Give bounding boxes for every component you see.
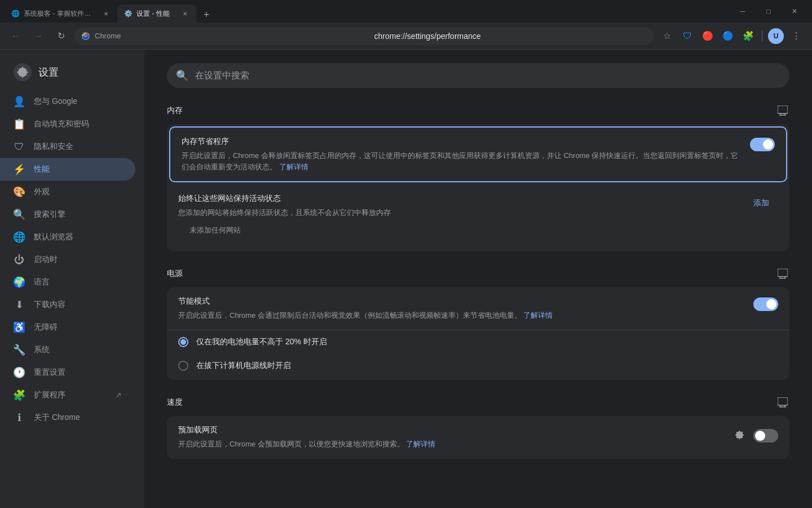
memory-saver-desc-text: 开启此设置后，Chrome 会释放闲置标签页占用的内存，这可让使用中的标签页和其… bbox=[182, 151, 738, 171]
memory-saver-title: 内存节省程序 bbox=[182, 137, 741, 147]
tab-1-title: 系统极客 - 掌握软件技能 bbox=[24, 9, 97, 19]
bookmark-icon[interactable]: ☆ bbox=[658, 27, 676, 45]
tab-2-close[interactable]: ✕ bbox=[180, 9, 189, 18]
settings-title: 设置 bbox=[38, 65, 59, 79]
sidebar-label-extensions: 扩展程序 bbox=[34, 390, 106, 400]
sidebar-item-about[interactable]: ℹ 关于 Chrome bbox=[0, 406, 135, 429]
memory-saver-toggle[interactable] bbox=[750, 138, 775, 151]
sidebar-label-appearance: 外观 bbox=[34, 187, 122, 197]
ublock-icon[interactable]: 🔴 bbox=[699, 27, 717, 45]
svg-rect-3 bbox=[778, 269, 788, 277]
sidebar-label-google: 您与 Google bbox=[34, 97, 122, 107]
appearance-icon: 🎨 bbox=[14, 186, 25, 198]
radio-battery20-label: 仅在我的电池电量不高于 20% 时开启 bbox=[196, 337, 327, 347]
sidebar-label-reset: 重置设置 bbox=[34, 367, 122, 378]
keep-active-title: 始终让这些网站保持活动状态 bbox=[178, 194, 735, 204]
power-saver-desc-text: 开启此设置后，Chrome 会通过限制后台活动和视觉效果（例如流畅滚动和视频帧速… bbox=[178, 311, 522, 319]
power-saver-desc: 开启此设置后，Chrome 会通过限制后台活动和视觉效果（例如流畅滚动和视频帧速… bbox=[178, 310, 744, 321]
memory-section-title: 内存 bbox=[167, 106, 183, 116]
maximize-button[interactable]: □ bbox=[756, 0, 782, 23]
search-engine-icon: 🔍 bbox=[14, 209, 25, 220]
memory-info-icon[interactable] bbox=[776, 104, 789, 117]
sidebar-item-extensions[interactable]: 🧩 扩展程序 ↗ bbox=[0, 384, 135, 406]
sidebar-label-system: 系统 bbox=[34, 345, 122, 355]
sidebar-item-system[interactable]: 🔧 系统 bbox=[0, 339, 135, 361]
power-saver-toggle[interactable] bbox=[753, 297, 778, 311]
sidebar-item-search[interactable]: 🔍 搜索引擎 bbox=[0, 203, 135, 226]
settings-logo-icon bbox=[14, 63, 32, 81]
power-info-icon[interactable] bbox=[776, 267, 789, 281]
sidebar-item-default-browser[interactable]: 🌐 默认浏览器 bbox=[0, 226, 135, 248]
sidebar-item-autofill[interactable]: 📋 自动填充和密码 bbox=[0, 113, 135, 135]
sidebar-item-privacy[interactable]: 🛡 隐私和安全 bbox=[0, 135, 135, 158]
sidebar-item-downloads[interactable]: ⬇ 下载内容 bbox=[0, 294, 135, 316]
memory-section-header: 内存 bbox=[167, 104, 789, 117]
memory-saver-row: 内存节省程序 开启此设置后，Chrome 会释放闲置标签页占用的内存，这可让使用… bbox=[182, 137, 775, 172]
memory-saver-link[interactable]: 了解详情 bbox=[279, 163, 308, 171]
sidebar-item-appearance[interactable]: 🎨 外观 bbox=[0, 181, 135, 203]
preload-toggle[interactable] bbox=[753, 429, 778, 443]
extension-shield-icon[interactable]: 🛡 bbox=[678, 27, 696, 45]
sidebar: 设置 👤 您与 Google 📋 自动填充和密码 🛡 隐私和安全 ⚡ 性能 🎨 … bbox=[0, 50, 144, 508]
tab-2-favicon: ⚙️ bbox=[124, 10, 132, 17]
radio-battery20-item[interactable]: 仅在我的电池电量不高于 20% 时开启 bbox=[167, 330, 789, 354]
tab-2[interactable]: ⚙️ 设置 - 性能 ✕ bbox=[117, 5, 196, 23]
tab-2-title: 设置 - 性能 bbox=[136, 9, 176, 19]
back-button[interactable]: ← bbox=[7, 27, 25, 45]
reload-button[interactable]: ↻ bbox=[52, 27, 70, 45]
extra-extension-icon[interactable]: 🔵 bbox=[719, 27, 737, 45]
close-button[interactable]: ✕ bbox=[782, 0, 807, 23]
address-input-wrap[interactable]: Chrome chrome://settings/performance bbox=[74, 27, 654, 45]
svg-rect-2 bbox=[778, 106, 788, 113]
speed-info-icon[interactable] bbox=[776, 396, 789, 409]
power-section: 电源 节能模式 开启此设置后，Chrome 会通过限制后台活动和 bbox=[167, 267, 789, 380]
sidebar-item-performance[interactable]: ⚡ 性能 bbox=[0, 158, 135, 181]
profile-avatar[interactable]: U bbox=[768, 28, 784, 44]
address-bar: ← → ↻ Chrome chrome://settings/performan… bbox=[0, 23, 812, 50]
sidebar-label-language: 语言 bbox=[34, 277, 122, 287]
forward-button[interactable]: → bbox=[29, 27, 47, 45]
extensions-icon[interactable]: 🧩 bbox=[739, 27, 757, 45]
speed-section: 速度 预加载网页 开启此设置后，Chrome 会预加载网页，以便您更快速地浏览和… bbox=[167, 396, 789, 459]
radio-unplug-item[interactable]: 在拔下计算机电源线时开启 bbox=[167, 354, 789, 380]
preload-link[interactable]: 了解详情 bbox=[406, 440, 435, 448]
tab-1-close[interactable]: ✕ bbox=[102, 9, 111, 18]
memory-saver-item: 内存节省程序 开启此设置后，Chrome 会释放闲置标签页占用的内存，这可让使用… bbox=[169, 126, 787, 182]
new-tab-button[interactable]: + bbox=[198, 7, 214, 23]
sidebar-item-language[interactable]: 🌍 语言 bbox=[0, 271, 135, 294]
content-area: 🔍 内存 内存节省程序 bbox=[144, 50, 812, 508]
keep-active-desc: 您添加的网站将始终保持活跃状态，且系统不会从它们中释放内存 bbox=[178, 207, 735, 218]
svg-point-1 bbox=[84, 34, 87, 38]
reset-icon: 🕐 bbox=[14, 367, 25, 378]
address-text: Chrome bbox=[95, 32, 368, 40]
toolbar-icons: ☆ 🛡 🔴 🔵 🧩 U ⋮ bbox=[658, 27, 805, 45]
search-input[interactable] bbox=[195, 71, 780, 81]
radio-unplug-label: 在拔下计算机电源线时开启 bbox=[196, 361, 291, 371]
sidebar-label-autofill: 自动填充和密码 bbox=[34, 119, 122, 129]
preload-settings-icon[interactable] bbox=[731, 426, 749, 444]
sidebar-item-reset[interactable]: 🕐 重置设置 bbox=[0, 361, 135, 384]
memory-saver-content: 内存节省程序 开启此设置后，Chrome 会释放闲置标签页占用的内存，这可让使用… bbox=[182, 137, 741, 172]
search-bar[interactable]: 🔍 bbox=[167, 63, 789, 88]
profile-icon[interactable]: U bbox=[767, 27, 785, 45]
power-saver-row: 节能模式 开启此设置后，Chrome 会通过限制后台活动和视觉效果（例如流畅滚动… bbox=[178, 296, 778, 321]
radio-unplug-circle bbox=[178, 361, 188, 371]
sidebar-label-privacy: 隐私和安全 bbox=[34, 142, 122, 152]
sidebar-item-startup[interactable]: ⏻ 启动时 bbox=[0, 248, 135, 271]
preload-controls bbox=[731, 426, 778, 444]
sidebar-item-accessibility[interactable]: ♿ 无障碍 bbox=[0, 316, 135, 339]
power-saver-title: 节能模式 bbox=[178, 296, 744, 306]
preload-title: 预加载网页 bbox=[178, 425, 722, 435]
menu-icon[interactable]: ⋮ bbox=[787, 27, 805, 45]
minimize-button[interactable]: ─ bbox=[730, 0, 756, 23]
sidebar-label-downloads: 下载内容 bbox=[34, 300, 122, 310]
sidebar-item-google[interactable]: 👤 您与 Google bbox=[0, 90, 135, 113]
google-icon: 👤 bbox=[14, 96, 25, 107]
power-saver-link[interactable]: 了解详情 bbox=[523, 311, 553, 319]
startup-icon: ⏻ bbox=[14, 254, 25, 265]
tab-1[interactable]: 🌐 系统极客 - 掌握软件技能 ✕ bbox=[5, 5, 117, 23]
performance-icon: ⚡ bbox=[14, 164, 25, 175]
memory-saver-desc: 开启此设置后，Chrome 会释放闲置标签页占用的内存，这可让使用中的标签页和其… bbox=[182, 150, 741, 172]
add-website-button[interactable]: 添加 bbox=[744, 194, 778, 213]
preload-item: 预加载网页 开启此设置后，Chrome 会预加载网页，以便您更快速地浏览和搜索。… bbox=[167, 416, 789, 459]
